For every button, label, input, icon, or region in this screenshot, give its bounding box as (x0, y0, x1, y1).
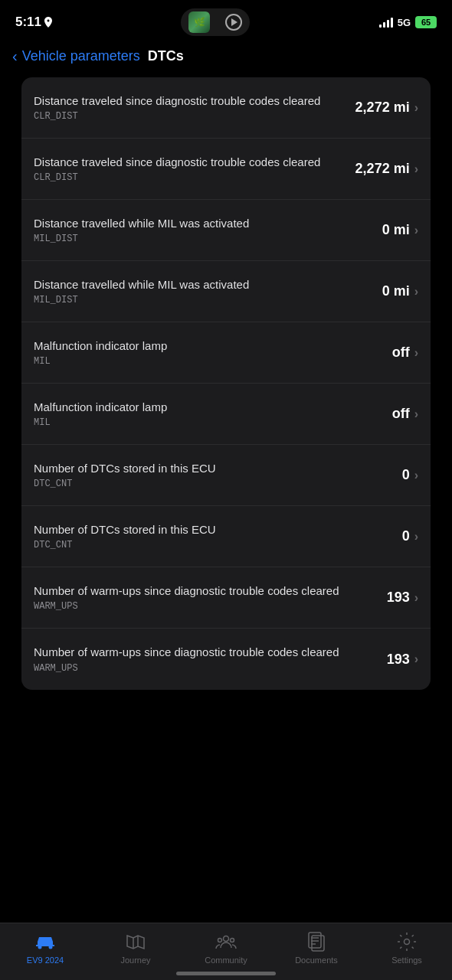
list-item[interactable]: Distance traveled since diagnostic troub… (21, 77, 431, 139)
item-left: Distance traveled since diagnostic troub… (34, 93, 355, 122)
documents-icon (306, 931, 327, 952)
item-value: 0 mi (382, 222, 410, 238)
app-icon-pill: 🌿 (181, 8, 250, 36)
item-left: Number of DTCs stored in this ECU DTC_CN… (34, 461, 402, 489)
chevron-right-icon: › (414, 652, 418, 666)
back-arrow-icon[interactable]: ‹ (12, 47, 18, 65)
status-right: 5G 65 (379, 16, 437, 28)
item-label: Distance traveled since diagnostic troub… (34, 155, 346, 170)
tab-community[interactable]: Community (181, 931, 271, 965)
dtc-list: Distance traveled since diagnostic troub… (21, 77, 431, 690)
svg-point-0 (38, 946, 42, 949)
item-code: MIL (34, 356, 383, 367)
item-code: MIL_DIST (34, 234, 373, 244)
settings-icon (396, 931, 418, 952)
svg-point-3 (218, 939, 222, 942)
play-button[interactable] (225, 14, 242, 31)
item-value: 0 mi (382, 283, 410, 299)
item-right: 0 mi › (382, 283, 418, 299)
item-value: 2,272 mi (355, 161, 410, 177)
back-label[interactable]: Vehicle parameters (22, 48, 140, 64)
chevron-right-icon: › (414, 346, 418, 360)
item-left: Malfunction indicator lamp MIL (34, 338, 392, 367)
item-right: off › (392, 345, 418, 361)
list-item[interactable]: Malfunction indicator lamp MIL off › (21, 384, 431, 445)
item-code: CLR_DIST (34, 111, 346, 122)
item-left: Distance travelled while MIL was activat… (34, 216, 382, 244)
item-label: Number of DTCs stored in this ECU (34, 461, 393, 476)
list-item[interactable]: Number of warm-ups since diagnostic trou… (21, 629, 431, 690)
item-label: Malfunction indicator lamp (34, 338, 383, 354)
item-value: off (392, 406, 410, 422)
page-title: DTCs (148, 48, 184, 64)
chevron-right-icon: › (414, 469, 418, 482)
battery-container: 65 (415, 16, 437, 28)
item-left: Distance travelled while MIL was activat… (34, 277, 382, 305)
item-label: Malfunction indicator lamp (34, 400, 383, 415)
list-item[interactable]: Distance travelled while MIL was activat… (21, 200, 431, 261)
tab-community-label: Community (205, 956, 247, 965)
item-label: Number of warm-ups since diagnostic trou… (34, 583, 378, 599)
item-value: 2,272 mi (355, 100, 410, 116)
tab-journey[interactable]: Journey (90, 931, 181, 965)
item-left: Distance traveled since diagnostic troub… (34, 155, 355, 183)
list-wrapper: Distance traveled since diagnostic troub… (12, 77, 440, 690)
item-label: Distance travelled while MIL was activat… (34, 216, 373, 231)
map-icon (125, 931, 146, 952)
svg-point-2 (224, 936, 229, 942)
tab-settings[interactable]: Settings (362, 931, 452, 965)
tab-documents-label: Documents (295, 956, 338, 965)
list-item[interactable]: Distance travelled while MIL was activat… (21, 261, 431, 322)
chevron-right-icon: › (414, 101, 418, 115)
item-code: DTC_CNT (34, 479, 393, 489)
tab-ev9[interactable]: EV9 2024 (0, 931, 90, 965)
item-label: Distance traveled since diagnostic troub… (34, 93, 346, 109)
item-right: 193 › (387, 590, 418, 606)
item-code: CLR_DIST (34, 172, 346, 183)
chevron-right-icon: › (414, 591, 418, 605)
community-icon (215, 931, 237, 952)
item-code: MIL (34, 417, 383, 428)
content-area: Distance traveled since diagnostic troub… (0, 77, 452, 774)
item-code: MIL_DIST (34, 295, 373, 305)
item-right: 2,272 mi › (355, 100, 418, 116)
car-icon (34, 931, 56, 952)
chevron-right-icon: › (414, 407, 418, 421)
tab-documents[interactable]: Documents (271, 931, 362, 965)
svg-point-7 (405, 939, 410, 945)
chevron-right-icon: › (414, 162, 418, 176)
item-label: Distance travelled while MIL was activat… (34, 277, 373, 292)
item-left: Number of warm-ups since diagnostic trou… (34, 583, 387, 612)
item-code: WARM_UPS (34, 663, 378, 674)
item-left: Number of warm-ups since diagnostic trou… (34, 645, 387, 673)
item-code: WARM_UPS (34, 601, 378, 612)
status-center: 🌿 (181, 8, 250, 36)
chevron-right-icon: › (414, 224, 418, 237)
item-right: off › (392, 406, 418, 422)
signal-bars (379, 17, 393, 28)
list-item[interactable]: Number of DTCs stored in this ECU DTC_CN… (21, 445, 431, 506)
list-item[interactable]: Distance traveled since diagnostic troub… (21, 139, 431, 200)
list-item[interactable]: Malfunction indicator lamp MIL off › (21, 322, 431, 384)
home-indicator (176, 972, 276, 975)
list-item[interactable]: Number of DTCs stored in this ECU DTC_CN… (21, 506, 431, 567)
item-right: 0 › (402, 467, 418, 483)
status-bar: 5:11 🌿 5G 65 (0, 0, 452, 41)
battery-level: 65 (415, 16, 437, 28)
tab-journey-label: Journey (120, 956, 150, 965)
item-left: Number of DTCs stored in this ECU DTC_CN… (34, 522, 402, 550)
network-type: 5G (398, 17, 411, 28)
item-label: Number of warm-ups since diagnostic trou… (34, 645, 378, 660)
app-icon: 🌿 (188, 11, 210, 33)
svg-rect-5 (309, 933, 321, 948)
item-value: 0 (402, 467, 410, 483)
item-right: 193 › (387, 652, 418, 668)
item-left: Malfunction indicator lamp MIL (34, 400, 392, 428)
item-label: Number of DTCs stored in this ECU (34, 522, 393, 537)
item-right: 0 › (402, 528, 418, 544)
svg-point-4 (231, 939, 234, 942)
item-value: 193 (387, 590, 410, 606)
list-item[interactable]: Number of warm-ups since diagnostic trou… (21, 567, 431, 629)
nav-header: ‹ Vehicle parameters DTCs (0, 41, 452, 77)
status-time: 5:11 (15, 15, 52, 30)
